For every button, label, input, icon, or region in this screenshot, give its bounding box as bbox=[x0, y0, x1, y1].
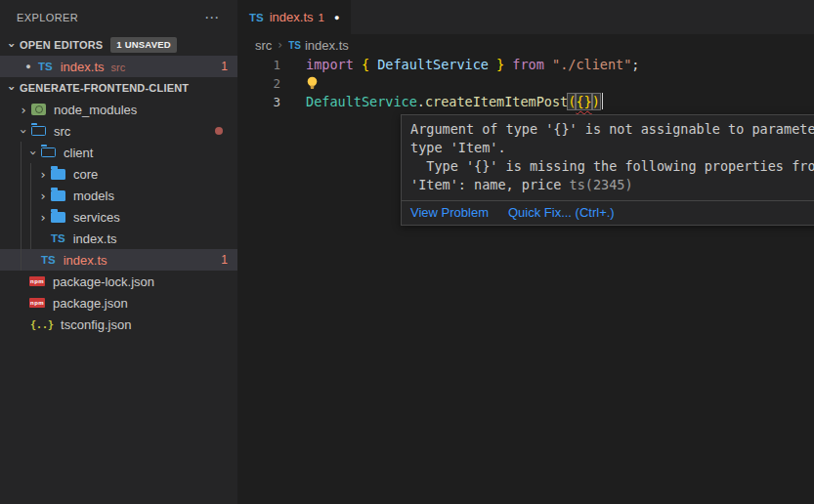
tree-item-models[interactable]: › models bbox=[0, 185, 237, 206]
tree-item-package-lock-json[interactable]: npm package-lock.json bbox=[0, 271, 237, 292]
workspace-name: GENERATE-FRONTEND-CLIENT bbox=[20, 82, 189, 94]
folder-icon bbox=[51, 169, 65, 180]
class-name: DefaultService bbox=[306, 94, 417, 109]
npm-icon: npm bbox=[29, 298, 45, 308]
json-braces-icon: {..} bbox=[30, 319, 54, 330]
indent-guide bbox=[30, 163, 31, 249]
chevron-down-icon[interactable]: › bbox=[5, 80, 20, 96]
chevron-down-icon[interactable]: › bbox=[5, 37, 20, 53]
quick-fix-link[interactable]: Quick Fix... (Ctrl+.) bbox=[508, 205, 615, 220]
tree-item-label: src bbox=[54, 124, 70, 139]
tab-bar: TS index.ts 1 ● bbox=[237, 0, 814, 34]
code-editor[interactable]: 1 import{DefaultService}from"./client"; … bbox=[237, 56, 814, 111]
error-message-text: 'Item': name, price bbox=[410, 177, 561, 192]
tree-item-tsconfig-json[interactable]: {..} tsconfig.json bbox=[0, 314, 237, 335]
tab-index-ts[interactable]: TS index.ts 1 ● bbox=[237, 0, 351, 34]
error-message-line: type 'Item'. bbox=[410, 139, 814, 157]
view-problem-link[interactable]: View Problem bbox=[410, 205, 489, 220]
keyword-from: from bbox=[512, 57, 544, 72]
editor-group: TS index.ts 1 ● src › TS index.ts 1 impo… bbox=[237, 0, 814, 504]
tree-item-src[interactable]: › src bbox=[0, 120, 237, 142]
close-brace: } bbox=[496, 57, 504, 72]
module-string: "./client" bbox=[552, 57, 631, 72]
tree-item-client[interactable]: › client bbox=[0, 142, 237, 163]
open-folder-icon bbox=[31, 126, 46, 136]
open-editors-header[interactable]: › OPEN EDITORS 1 UNSAVED bbox=[0, 34, 237, 56]
code-line-2[interactable]: 2 bbox=[237, 74, 814, 93]
error-message-line: Argument of type '{}' is not assignable … bbox=[410, 120, 814, 139]
workspace-section-header[interactable]: › GENERATE-FRONTEND-CLIENT bbox=[0, 77, 237, 99]
npm-icon: npm bbox=[29, 276, 45, 286]
keyword-import: import bbox=[306, 57, 354, 72]
folder-icon bbox=[51, 212, 65, 223]
hover-status-bar: View Problem Quick Fix... (Ctrl+.) bbox=[402, 200, 814, 225]
tree-item-core[interactable]: › core bbox=[0, 163, 237, 185]
modified-dot-icon[interactable]: ● bbox=[23, 62, 33, 71]
error-message-line: Type '{}' is missing the following prope… bbox=[410, 157, 814, 176]
typescript-file-icon: TS bbox=[51, 232, 65, 244]
tab-label: index.ts bbox=[270, 10, 314, 24]
tree-item-package-json[interactable]: npm package.json bbox=[0, 292, 237, 314]
folder-icon bbox=[51, 190, 65, 201]
empty-object-arg: {} bbox=[576, 94, 591, 109]
breadcrumb-folder[interactable]: src bbox=[255, 38, 272, 53]
chevron-down-icon[interactable]: › bbox=[17, 123, 31, 139]
explorer-sidebar: EXPLORER ⋯ › OPEN EDITORS 1 UNSAVED ● TS… bbox=[0, 0, 237, 504]
tree-item-label: client bbox=[64, 146, 93, 160]
indent-guide bbox=[21, 142, 21, 271]
tree-item-node-modules[interactable]: › node_modules bbox=[0, 99, 237, 120]
tree-item-label: package.json bbox=[53, 296, 128, 311]
dot-accessor: . bbox=[417, 94, 425, 109]
explorer-title: EXPLORER bbox=[17, 12, 78, 23]
error-count-badge: 1 bbox=[221, 60, 228, 73]
open-editor-item-index-ts[interactable]: ● TS index.ts src 1 bbox=[0, 56, 237, 77]
tree-item-src-index-ts[interactable]: TS index.ts 1 bbox=[0, 249, 237, 271]
open-folder-icon bbox=[41, 147, 56, 157]
typescript-file-icon: TS bbox=[249, 12, 264, 23]
node-modules-folder-icon bbox=[31, 104, 46, 115]
line-number: 3 bbox=[237, 93, 280, 111]
method-name: createItemItemPost bbox=[425, 94, 568, 109]
tab-error-count: 1 bbox=[319, 12, 324, 23]
tree-item-label: index.ts bbox=[73, 231, 117, 246]
chevron-right-icon[interactable]: › bbox=[35, 167, 51, 182]
tree-item-services[interactable]: › services bbox=[0, 206, 237, 228]
tree-item-client-index-ts[interactable]: TS index.ts bbox=[0, 228, 237, 249]
tree-item-label: package-lock.json bbox=[53, 274, 154, 289]
line-number: 2 bbox=[237, 74, 280, 93]
chevron-right-icon[interactable]: › bbox=[35, 189, 51, 203]
more-actions-icon[interactable]: ⋯ bbox=[204, 13, 220, 22]
explorer-title-bar: EXPLORER ⋯ bbox=[0, 0, 237, 34]
error-hover-tooltip: Argument of type '{}' is not assignable … bbox=[401, 114, 814, 226]
typescript-file-icon: TS bbox=[288, 40, 301, 51]
unsaved-dot-icon[interactable]: ● bbox=[334, 13, 339, 22]
close-paren: ) bbox=[592, 94, 600, 109]
code-line-3[interactable]: 3 DefaultService.createItemItemPost({}) bbox=[237, 93, 814, 111]
typescript-file-icon: TS bbox=[38, 61, 53, 72]
open-brace: { bbox=[362, 57, 369, 72]
open-editor-file-name: index.ts bbox=[61, 60, 105, 74]
lightbulb-icon[interactable] bbox=[306, 76, 319, 90]
typescript-file-icon: TS bbox=[41, 254, 56, 266]
chevron-right-icon[interactable]: › bbox=[16, 103, 31, 117]
breadcrumb-separator-icon: › bbox=[278, 38, 282, 52]
tree-item-label: core bbox=[73, 167, 98, 182]
line-number: 1 bbox=[237, 56, 280, 74]
open-editor-file-path: src bbox=[111, 61, 126, 73]
tree-item-label: node_modules bbox=[54, 103, 137, 117]
error-count-badge: 1 bbox=[221, 253, 228, 267]
tree-item-label: tsconfig.json bbox=[61, 317, 131, 332]
unsaved-count-badge: 1 UNSAVED bbox=[110, 37, 176, 53]
code-line-1[interactable]: 1 import{DefaultService}from"./client"; bbox=[237, 56, 814, 74]
chevron-down-icon[interactable]: › bbox=[26, 145, 41, 160]
error-message: Argument of type '{}' is not assignable … bbox=[402, 115, 814, 200]
chevron-right-icon[interactable]: › bbox=[35, 210, 51, 225]
import-identifier: DefaultService bbox=[377, 57, 489, 72]
tree-item-label: index.ts bbox=[64, 253, 107, 268]
semicolon: ; bbox=[631, 57, 639, 72]
breadcrumb-file[interactable]: index.ts bbox=[305, 38, 349, 53]
open-editors-label: OPEN EDITORS bbox=[20, 39, 103, 51]
tree-item-label: services bbox=[73, 210, 120, 225]
tree-item-label: models bbox=[73, 189, 114, 203]
error-code: ts(2345) bbox=[570, 177, 633, 192]
